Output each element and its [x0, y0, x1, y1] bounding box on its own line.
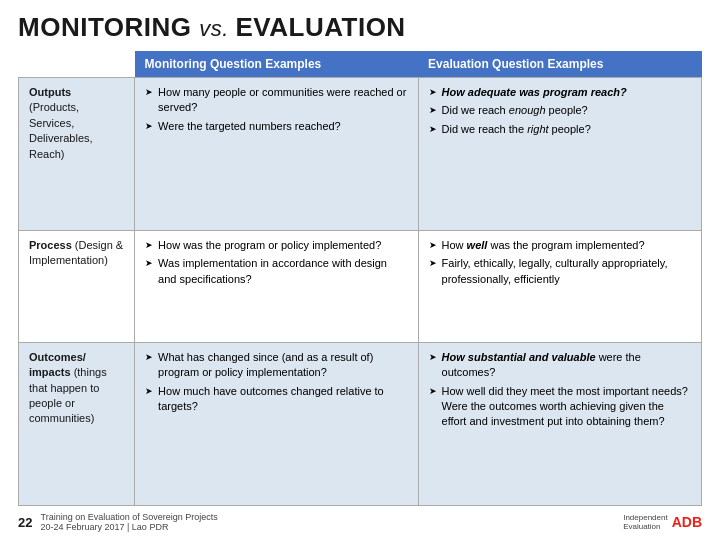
list-item: Were the targeted numbers reached? [145, 119, 407, 134]
list-item: How substantial and valuable were the ou… [429, 350, 691, 381]
row-label-outcomes: Outcomes/ impacts (things that happen to… [19, 342, 135, 505]
title-evaluation: EVALUATION [236, 12, 406, 42]
page-title: MONITORING vs. EVALUATION [18, 12, 702, 43]
logo-adb: ADB [672, 514, 702, 530]
list-item: How was the program or policy implemente… [145, 238, 407, 253]
table-row: Process (Design & Implementation) How wa… [19, 231, 702, 343]
row-monitoring-process: How was the program or policy implemente… [135, 231, 418, 343]
footer-left: 22 Training on Evaluation of Sovereign P… [18, 512, 218, 532]
page-number: 22 [18, 515, 32, 530]
row-monitoring-outputs: How many people or communities were reac… [135, 78, 418, 231]
row-label-process: Process (Design & Implementation) [19, 231, 135, 343]
footer-line2: 20-24 February 2017 | Lao PDR [40, 522, 217, 532]
row-evaluation-process: How well was the program implemented? Fa… [418, 231, 701, 343]
row-label-outputs: Outputs (Products, Services, Deliverable… [19, 78, 135, 231]
list-item: Fairly, ethically, legally, culturally a… [429, 256, 691, 287]
footer-text: Training on Evaluation of Sovereign Proj… [40, 512, 217, 532]
logo-evaluation-text: Evaluation [623, 522, 668, 531]
list-item: How adequate was program reach? [429, 85, 691, 100]
list-item: What has changed since (and as a result … [145, 350, 407, 381]
logo-independent: Independent [623, 513, 668, 522]
footer-line1: Training on Evaluation of Sovereign Proj… [40, 512, 217, 522]
main-table: Monitoring Question Examples Evaluation … [18, 51, 702, 506]
th-evaluation: Evaluation Question Examples [418, 51, 701, 78]
list-item: How well was the program implemented? [429, 238, 691, 253]
list-item: Was implementation in accordance with de… [145, 256, 407, 287]
list-item: How much have outcomes changed relative … [145, 384, 407, 415]
th-monitoring: Monitoring Question Examples [135, 51, 418, 78]
footer: 22 Training on Evaluation of Sovereign P… [18, 512, 702, 532]
th-label [19, 51, 135, 78]
title-vs: vs. [199, 16, 235, 41]
list-item: How well did they meet the most importan… [429, 384, 691, 430]
list-item: Did we reach enough people? [429, 103, 691, 118]
table-row: Outputs (Products, Services, Deliverable… [19, 78, 702, 231]
table-row: Outcomes/ impacts (things that happen to… [19, 342, 702, 505]
title-monitoring: MONITORING [18, 12, 192, 42]
row-monitoring-outcomes: What has changed since (and as a result … [135, 342, 418, 505]
row-evaluation-outputs: How adequate was program reach? Did we r… [418, 78, 701, 231]
list-item: How many people or communities were reac… [145, 85, 407, 116]
footer-logo: Independent Evaluation ADB [623, 513, 702, 531]
page: MONITORING vs. EVALUATION Monitoring Que… [0, 0, 720, 540]
list-item: Did we reach the right people? [429, 122, 691, 137]
row-evaluation-outcomes: How substantial and valuable were the ou… [418, 342, 701, 505]
